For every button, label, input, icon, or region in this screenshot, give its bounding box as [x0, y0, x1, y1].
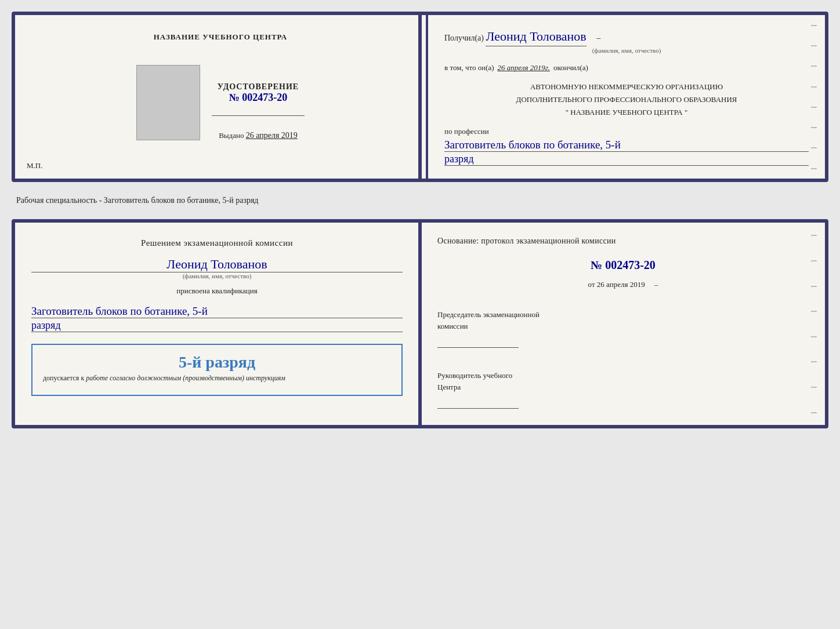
training-center-title-left: НАЗВАНИЕ УЧЕБНОГО ЦЕНТРА [154, 32, 288, 42]
dash-r8 [811, 412, 817, 413]
vtom-date: 26 апреля 2019г. [498, 63, 550, 72]
photo-placeholder [136, 65, 200, 140]
dash-r4 [811, 311, 817, 312]
chairman-block: Председатель экзаменационной комиссии [437, 309, 809, 350]
dash-8 [811, 168, 817, 169]
director-label: Руководитель учебного Центра [437, 370, 809, 392]
fio-label-1: (фамилия, имя, отчество) [444, 46, 809, 55]
issued-date: 26 апреля 2019 [246, 131, 298, 140]
card2-left-panel: Решением экзаменационной комиссии Леонид… [15, 223, 419, 425]
from-label: от [588, 280, 595, 289]
specialty-text: Рабочая специальность - Заготовитель бло… [12, 192, 828, 209]
cert-number: № 002473-20 [218, 92, 299, 104]
card1-left-panel: НАЗВАНИЕ УЧЕБНОГО ЦЕНТРА УДОСТОВЕРЕНИЕ №… [15, 15, 426, 179]
dash-5 [811, 107, 817, 108]
dash-r6 [811, 361, 817, 362]
chairman-line2: комиссии [437, 322, 468, 330]
person-name-block: Леонид Толованов (фамилия, имя, отчество… [31, 257, 403, 279]
from-date: 26 апреля 2019 [597, 280, 645, 289]
stamp-prefix: допускается к [43, 374, 84, 382]
org-line1: АВТОНОМНУЮ НЕКОММЕРЧЕСКУЮ ОРГАНИЗАЦИЮ [444, 81, 809, 93]
stamp-text: допускается к работе согласно должностны… [43, 374, 391, 383]
protocol-number-block: № 002473-20 [437, 259, 809, 272]
vtom-line: в том, что он(а) 26 апреля 2019г. окончи… [444, 63, 809, 72]
qualification-block: Заготовитель блоков по ботанике, 5-й раз… [31, 303, 403, 332]
vtom-suffix: окончил(а) [553, 63, 588, 72]
fio-label-2: (фамилия, имя, отчество) [31, 272, 403, 279]
qualification-label: присвоена квалификация [31, 286, 403, 296]
stamp-box: 5-й разряд допускается к работе согласно… [31, 344, 403, 396]
card2-right-panel: Основание: протокол экзаменационной коми… [421, 223, 825, 425]
qualification-name: Заготовитель блоков по ботанике, 5-й [31, 305, 403, 318]
director-block: Руководитель учебного Центра [437, 370, 809, 411]
basis-line: Основание: протокол экзаменационной коми… [437, 237, 809, 246]
profession-label: по профессии [444, 127, 489, 136]
director-signature-line [437, 398, 519, 409]
binding-dashes-right-2 [811, 223, 817, 425]
commission-heading: Решением экзаменационной комиссии [31, 237, 403, 250]
dash-3 [811, 66, 817, 67]
dash-r7 [811, 387, 817, 388]
stamp-italic-text: работе согласно должностным (производств… [86, 374, 285, 382]
card1-right-panel: Получил(а) Леонид Толованов – (фамилия, … [428, 15, 825, 179]
stamp-grade: 5-й разряд [43, 353, 391, 372]
dash-r2 [811, 260, 817, 261]
chairman-line1: Председатель экзаменационной [437, 310, 540, 319]
protocol-number: № 002473-20 [437, 259, 809, 272]
dash-2 [811, 45, 817, 46]
issued-line: Выдано 26 апреля 2019 [219, 131, 298, 140]
org-line2: ДОПОЛНИТЕЛЬНОГО ПРОФЕССИОНАЛЬНОГО ОБРАЗО… [444, 93, 809, 106]
dash-1 [811, 25, 817, 26]
razryad-1: разряд [444, 153, 809, 166]
received-name: Леонид Толованов [486, 28, 586, 46]
certificate-card-1: НАЗВАНИЕ УЧЕБНОГО ЦЕНТРА УДОСТОВЕРЕНИЕ №… [12, 12, 828, 182]
org-line3: " НАЗВАНИЕ УЧЕБНОГО ЦЕНТРА " [444, 106, 809, 119]
received-prefix: Получил(а) [444, 34, 484, 42]
director-line1: Руководитель учебного [437, 371, 512, 380]
chairman-label-1: Председатель экзаменационной комиссии [437, 309, 809, 332]
cert-title-block: УДОСТОВЕРЕНИЕ № 002473-20 [218, 82, 299, 104]
dash-r5 [811, 336, 817, 337]
dash-4 [811, 86, 817, 88]
dash-r1 [811, 235, 817, 236]
director-line2: Центра [437, 383, 461, 391]
issued-label: Выдано [219, 131, 244, 140]
person-name-card2: Леонид Толованов [31, 257, 403, 272]
razryad-2: разряд [31, 319, 403, 332]
received-line: Получил(а) Леонид Толованов – (фамилия, … [444, 28, 809, 55]
from-date-line: от 26 апреля 2019 – [437, 280, 809, 289]
dash-r3 [811, 286, 817, 287]
certificate-card-2: Решением экзаменационной комиссии Леонид… [12, 219, 828, 428]
vtom-prefix: в том, что он(а) [444, 63, 494, 72]
binding-dashes-right-1 [811, 15, 817, 179]
dash-6 [811, 127, 817, 128]
dash-7 [811, 147, 817, 148]
profession-block: по профессии Заготовитель блоков по бота… [444, 127, 809, 166]
org-block: АВТОНОМНУЮ НЕКОММЕРЧЕСКУЮ ОРГАНИЗАЦИЮ ДО… [444, 81, 809, 119]
mp-stamp-label: М.П. [27, 161, 42, 170]
cert-udostoverenie-label: УДОСТОВЕРЕНИЕ [218, 82, 299, 92]
profession-name: Заготовитель блоков по ботанике, 5-й [444, 139, 809, 152]
chairman-signature-line [437, 337, 519, 348]
